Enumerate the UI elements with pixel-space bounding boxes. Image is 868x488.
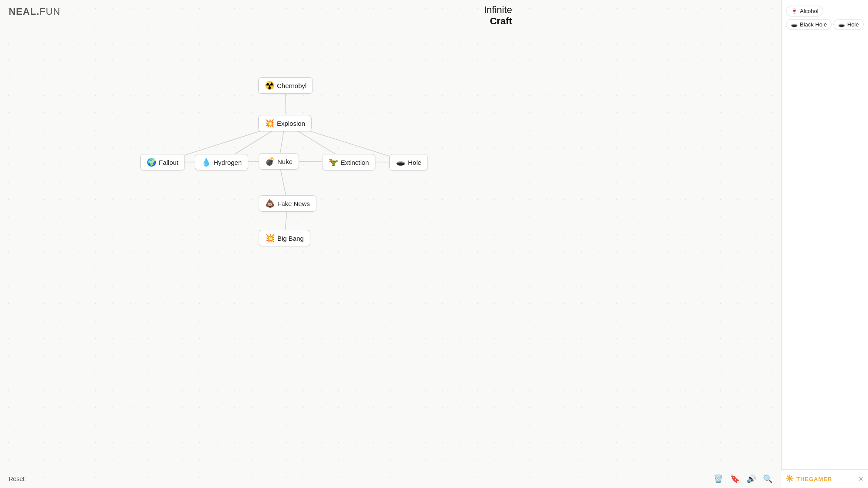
node-emoji-hydrogen: 💧 (201, 157, 211, 167)
node-emoji-extinction: 🦖 (329, 157, 338, 167)
toolbar-icons: 🗑️ 🔖 🔊 🔍 (713, 474, 773, 484)
chip-label-alcohol: Alcohol (800, 8, 819, 14)
node-emoji-explosion: 💥 (265, 118, 274, 128)
reset-button[interactable]: Reset (9, 475, 25, 482)
chip-emoji-hole: 🕳️ (838, 21, 845, 28)
search-icon[interactable]: 🔍 (763, 474, 773, 484)
node-fake-news[interactable]: 💩Fake News (259, 195, 316, 212)
node-explosion[interactable]: 💥Explosion (258, 115, 312, 131)
node-emoji-big-bang: 💥 (265, 233, 275, 243)
node-label-big-bang: Big Bang (277, 235, 304, 242)
volume-icon[interactable]: 🔊 (746, 474, 756, 484)
node-label-extinction: Extinction (341, 159, 369, 166)
node-label-hydrogen: Hydrogen (214, 159, 242, 166)
sidebar-chip-hole[interactable]: 🕳️Hole (833, 19, 864, 30)
thegamer-asterisk: ✳ (786, 473, 794, 485)
sidebar-panel: 🍷Alcohol🕳️Black Hole🕳️Hole (781, 0, 868, 488)
thegamer-logo: ✳ THEGAMER (786, 473, 832, 485)
chip-label-black-hole: Black Hole (800, 21, 827, 28)
node-nuke[interactable]: 💣Nuke (259, 153, 299, 170)
node-hydrogen[interactable]: 💧Hydrogen (195, 154, 248, 170)
node-hole[interactable]: 🕳️Hole (389, 154, 428, 170)
thegamer-watermark: ✳ THEGAMER ✕ (781, 469, 868, 488)
bookmark-icon[interactable]: 🔖 (730, 474, 740, 484)
node-emoji-hole: 🕳️ (396, 157, 405, 167)
node-extinction[interactable]: 🦖Extinction (322, 154, 375, 170)
sidebar-chips: 🍷Alcohol🕳️Black Hole🕳️Hole (785, 4, 865, 31)
node-label-nuke: Nuke (277, 158, 293, 165)
trash-icon[interactable]: 🗑️ (713, 474, 723, 484)
node-big-bang[interactable]: 💥Big Bang (259, 230, 310, 246)
sidebar-chip-black-hole[interactable]: 🕳️Black Hole (786, 19, 832, 30)
sidebar-chip-alcohol[interactable]: 🍷Alcohol (786, 6, 823, 16)
node-label-fake-news: Fake News (277, 200, 310, 207)
connection-lines (0, 0, 781, 488)
node-emoji-fallout: 🌍 (147, 157, 156, 167)
bottom-toolbar: Reset 🗑️ 🔖 🔊 🔍 (0, 474, 781, 484)
chip-label-hole: Hole (847, 21, 859, 28)
node-fallout[interactable]: 🌍Fallout (140, 154, 185, 170)
node-label-chernobyl: Chernobyl (277, 82, 306, 89)
chip-emoji-black-hole: 🕳️ (791, 21, 798, 28)
node-label-explosion: Explosion (277, 120, 305, 127)
node-emoji-nuke: 💣 (265, 157, 275, 166)
craft-canvas[interactable]: ☢️Chernobyl💥Explosion🌍Fallout💧Hydrogen💣N… (0, 0, 781, 488)
thegamer-name: THEGAMER (796, 476, 832, 482)
node-label-hole: Hole (408, 159, 421, 166)
node-chernobyl[interactable]: ☢️Chernobyl (258, 77, 313, 94)
node-emoji-chernobyl: ☢️ (265, 81, 274, 90)
node-emoji-fake-news: 💩 (265, 199, 275, 208)
chip-emoji-alcohol: 🍷 (791, 8, 798, 14)
thegamer-close-button[interactable]: ✕ (858, 475, 864, 482)
node-label-fallout: Fallout (159, 159, 178, 166)
